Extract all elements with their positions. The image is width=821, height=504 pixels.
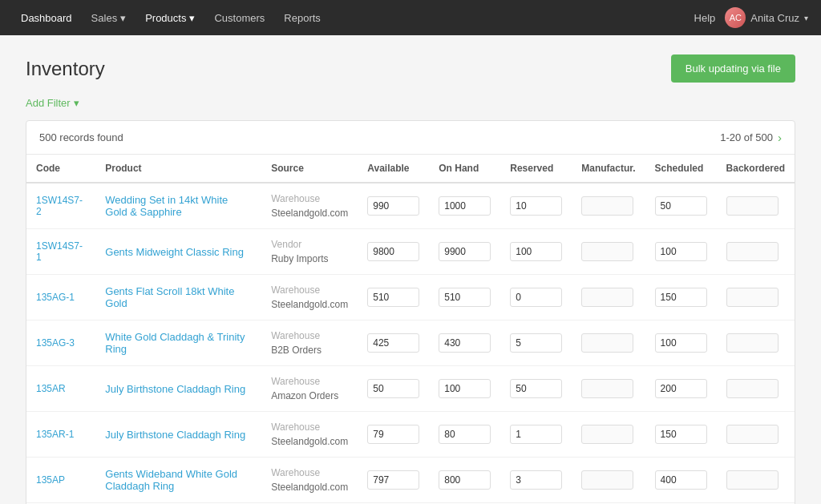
available-input[interactable] bbox=[367, 470, 419, 490]
table-body: 1SW14S7-2 Wedding Set in 14kt White Gold… bbox=[26, 183, 795, 504]
chevron-down-icon: ▾ bbox=[120, 12, 126, 24]
available-input[interactable] bbox=[367, 379, 419, 398]
onhand-input[interactable] bbox=[439, 470, 491, 490]
onhand-input[interactable] bbox=[439, 379, 491, 398]
scheduled-input[interactable] bbox=[655, 425, 707, 444]
reserved-input[interactable] bbox=[510, 379, 562, 398]
onhand-input[interactable] bbox=[439, 425, 491, 444]
cell-available bbox=[358, 458, 429, 503]
nav-products[interactable]: Products ▾ bbox=[137, 7, 203, 29]
navbar: Dashboard Sales ▾ Products ▾ Customers R… bbox=[0, 0, 821, 35]
user-chevron-icon: ▾ bbox=[804, 14, 808, 22]
reserved-input[interactable] bbox=[510, 242, 562, 261]
scheduled-input[interactable] bbox=[655, 470, 707, 490]
col-source: Source bbox=[261, 155, 358, 183]
col-backordered: Backordered bbox=[717, 155, 795, 183]
backordered-input[interactable] bbox=[726, 470, 779, 490]
onhand-input[interactable] bbox=[439, 288, 491, 307]
pagination: 1-20 of 500 › bbox=[720, 131, 782, 144]
scheduled-input[interactable] bbox=[655, 379, 707, 398]
nav-dashboard[interactable]: Dashboard bbox=[13, 7, 80, 29]
cell-available bbox=[358, 183, 429, 229]
cell-code[interactable]: 1SW14S7-1 bbox=[26, 229, 95, 275]
backordered-input[interactable] bbox=[726, 379, 779, 398]
cell-product[interactable]: Gents Midweight Classic Ring bbox=[95, 229, 261, 275]
reserved-input[interactable] bbox=[510, 470, 562, 490]
source-type-label: Warehouse bbox=[271, 193, 320, 204]
cell-available bbox=[358, 412, 429, 458]
scheduled-input[interactable] bbox=[655, 333, 707, 353]
reserved-input[interactable] bbox=[510, 333, 562, 353]
cell-backordered bbox=[717, 229, 795, 275]
help-link[interactable]: Help bbox=[694, 12, 716, 24]
user-menu[interactable]: AC Anita Cruz ▾ bbox=[725, 7, 808, 28]
scheduled-input[interactable] bbox=[655, 196, 707, 216]
cell-onhand bbox=[429, 229, 500, 275]
username-label: Anita Cruz bbox=[750, 12, 799, 24]
source-type-label: Warehouse bbox=[271, 284, 320, 296]
table-row: 135AR-1 July Birthstone Claddagh Ring Wa… bbox=[26, 412, 795, 458]
cell-code[interactable]: 135AG-3 bbox=[26, 321, 95, 366]
manufactur-input[interactable] bbox=[581, 242, 633, 261]
available-input[interactable] bbox=[367, 196, 419, 216]
pagination-next-icon[interactable]: › bbox=[778, 131, 782, 144]
backordered-input[interactable] bbox=[726, 333, 779, 353]
cell-product[interactable]: Gents Flat Scroll 18kt White Gold bbox=[95, 275, 261, 321]
col-available: Available bbox=[358, 155, 429, 183]
source-name-label: Ruby Imports bbox=[271, 253, 328, 264]
scheduled-input[interactable] bbox=[655, 288, 707, 307]
backordered-input[interactable] bbox=[726, 242, 779, 261]
manufactur-input[interactable] bbox=[581, 425, 633, 444]
available-input[interactable] bbox=[367, 333, 419, 353]
manufactur-input[interactable] bbox=[581, 288, 633, 307]
table-row: 135AG-3 White Gold Claddagh & Trinity Ri… bbox=[26, 321, 795, 366]
cell-product[interactable]: Gents Wideband White Gold Claddagh Ring bbox=[95, 458, 261, 503]
filter-bar: Add Filter ▾ bbox=[26, 97, 795, 109]
cell-code[interactable]: 135AR bbox=[26, 366, 95, 412]
cell-code[interactable]: 135AP bbox=[26, 458, 95, 503]
table-container: 500 records found 1-20 of 500 › Code Pro… bbox=[26, 120, 795, 504]
manufactur-input[interactable] bbox=[581, 333, 633, 353]
backordered-input[interactable] bbox=[726, 425, 779, 444]
cell-code[interactable]: 135AR-1 bbox=[26, 412, 95, 458]
onhand-input[interactable] bbox=[439, 333, 491, 353]
cell-source: Vendor Ruby Imports bbox=[261, 229, 358, 275]
reserved-input[interactable] bbox=[510, 196, 562, 216]
nav-customers[interactable]: Customers bbox=[206, 7, 273, 29]
cell-backordered bbox=[717, 458, 795, 503]
available-input[interactable] bbox=[367, 425, 419, 444]
cell-manufactur bbox=[572, 412, 645, 458]
cell-source: Warehouse Amazon Orders bbox=[261, 366, 358, 412]
onhand-input[interactable] bbox=[439, 196, 491, 216]
table-meta: 500 records found 1-20 of 500 › bbox=[26, 121, 795, 155]
backordered-input[interactable] bbox=[726, 288, 779, 307]
add-filter-button[interactable]: Add Filter ▾ bbox=[26, 97, 79, 109]
nav-reports[interactable]: Reports bbox=[276, 7, 329, 29]
cell-product[interactable]: July Birthstone Claddagh Ring bbox=[95, 412, 261, 458]
bulk-update-button[interactable]: Bulk updating via file bbox=[671, 54, 795, 83]
cell-reserved bbox=[500, 458, 572, 503]
cell-code[interactable]: 1SW14S7-2 bbox=[26, 183, 95, 229]
cell-backordered bbox=[717, 275, 795, 321]
cell-source: Warehouse B2B Orders bbox=[261, 321, 358, 366]
scheduled-input[interactable] bbox=[655, 242, 707, 261]
cell-reserved bbox=[500, 183, 572, 229]
page-title: Inventory bbox=[26, 58, 105, 80]
cell-product[interactable]: White Gold Claddagh & Trinity Ring bbox=[95, 321, 261, 366]
available-input[interactable] bbox=[367, 242, 419, 261]
available-input[interactable] bbox=[367, 288, 419, 307]
cell-product[interactable]: July Birthstone Claddagh Ring bbox=[95, 366, 261, 412]
manufactur-input[interactable] bbox=[581, 196, 633, 216]
backordered-input[interactable] bbox=[726, 196, 779, 216]
cell-code[interactable]: 135AG-1 bbox=[26, 275, 95, 321]
onhand-input[interactable] bbox=[439, 242, 491, 261]
nav-sales[interactable]: Sales ▾ bbox=[83, 7, 135, 29]
manufactur-input[interactable] bbox=[581, 470, 633, 490]
cell-scheduled bbox=[645, 412, 717, 458]
source-type-label: Warehouse bbox=[271, 421, 320, 433]
reserved-input[interactable] bbox=[510, 425, 562, 444]
reserved-input[interactable] bbox=[510, 288, 562, 307]
cell-product[interactable]: Wedding Set in 14kt White Gold & Sapphir… bbox=[95, 183, 261, 229]
cell-reserved bbox=[500, 321, 572, 366]
manufactur-input[interactable] bbox=[581, 379, 633, 398]
